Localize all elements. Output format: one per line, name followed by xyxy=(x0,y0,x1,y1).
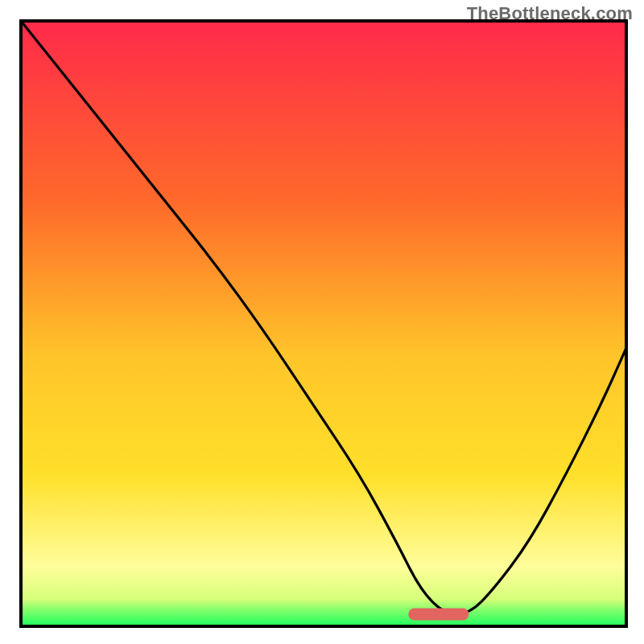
gradient-background xyxy=(21,21,626,626)
optimal-marker xyxy=(408,608,469,620)
chart-svg xyxy=(0,0,644,644)
chart-container: TheBottleneck.com xyxy=(0,0,644,644)
watermark-label: TheBottleneck.com xyxy=(467,3,633,24)
